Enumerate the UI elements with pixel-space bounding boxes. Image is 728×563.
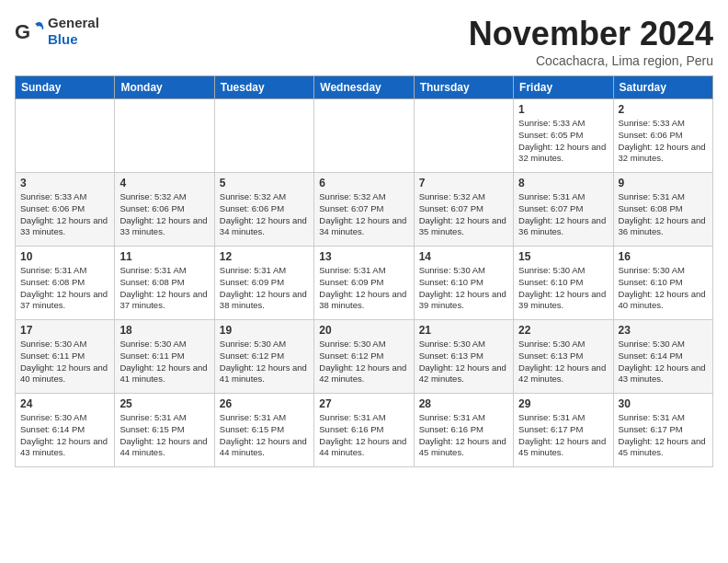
day-info: Sunrise: 5:31 AM Sunset: 6:07 PM Dayligh… [518,191,608,238]
day-info: Sunrise: 5:31 AM Sunset: 6:08 PM Dayligh… [20,265,109,312]
day-number: 13 [319,250,408,263]
day-info: Sunrise: 5:30 AM Sunset: 6:12 PM Dayligh… [220,339,309,385]
day-info: Sunrise: 5:31 AM Sunset: 6:08 PM Dayligh… [119,265,209,312]
calendar-cell: 5Sunrise: 5:32 AM Sunset: 6:06 PM Daylig… [214,173,313,247]
calendar-week-2: 3Sunrise: 5:33 AM Sunset: 6:06 PM Daylig… [16,173,713,247]
day-number: 19 [220,324,309,337]
day-number: 3 [20,177,109,190]
calendar-cell: 1Sunrise: 5:33 AM Sunset: 6:05 PM Daylig… [514,99,613,173]
calendar-cell: 22Sunrise: 5:30 AM Sunset: 6:13 PM Dayli… [514,320,613,394]
calendar-cell: 10Sunrise: 5:31 AM Sunset: 6:08 PM Dayli… [16,247,115,320]
calendar-header-row: Sunday Monday Tuesday Wednesday Thursday… [16,76,713,99]
calendar-cell: 16Sunrise: 5:30 AM Sunset: 6:10 PM Dayli… [613,247,712,320]
calendar-week-3: 10Sunrise: 5:31 AM Sunset: 6:08 PM Dayli… [16,247,713,320]
day-number: 29 [518,397,608,410]
day-info: Sunrise: 5:30 AM Sunset: 6:11 PM Dayligh… [119,339,209,385]
day-number: 11 [119,250,209,263]
calendar-cell [16,99,115,173]
day-info: Sunrise: 5:30 AM Sunset: 6:10 PM Dayligh… [419,265,508,312]
day-number: 6 [319,177,408,190]
logo: G General Blue [15,15,99,48]
day-number: 7 [419,177,508,190]
day-info: Sunrise: 5:30 AM Sunset: 6:12 PM Dayligh… [319,339,408,385]
calendar-week-4: 17Sunrise: 5:30 AM Sunset: 6:11 PM Dayli… [16,320,713,394]
day-number: 16 [619,250,708,263]
day-info: Sunrise: 5:30 AM Sunset: 6:13 PM Dayligh… [518,339,608,385]
calendar-cell: 11Sunrise: 5:31 AM Sunset: 6:08 PM Dayli… [115,247,214,320]
location: Cocachacra, Lima region, Peru [469,53,713,68]
calendar-cell: 3Sunrise: 5:33 AM Sunset: 6:06 PM Daylig… [16,173,115,247]
day-number: 1 [518,103,608,116]
col-thursday: Thursday [414,76,513,99]
calendar-cell: 30Sunrise: 5:31 AM Sunset: 6:17 PM Dayli… [613,394,712,467]
calendar-cell: 9Sunrise: 5:31 AM Sunset: 6:08 PM Daylig… [613,173,712,247]
month-title: November 2024 [469,15,713,53]
day-info: Sunrise: 5:30 AM Sunset: 6:10 PM Dayligh… [619,265,708,312]
day-number: 12 [220,250,309,263]
day-info: Sunrise: 5:31 AM Sunset: 6:09 PM Dayligh… [319,265,408,312]
day-number: 21 [419,324,508,337]
day-number: 23 [619,324,708,337]
day-info: Sunrise: 5:31 AM Sunset: 6:17 PM Dayligh… [518,412,608,459]
day-info: Sunrise: 5:31 AM Sunset: 6:09 PM Dayligh… [220,265,309,312]
calendar-cell: 12Sunrise: 5:31 AM Sunset: 6:09 PM Dayli… [214,247,313,320]
day-number: 27 [319,397,408,410]
day-number: 20 [319,324,408,337]
calendar-cell: 7Sunrise: 5:32 AM Sunset: 6:07 PM Daylig… [414,173,513,247]
day-info: Sunrise: 5:32 AM Sunset: 6:07 PM Dayligh… [319,191,408,238]
page-header: G General Blue November 2024 Cocachacra,… [15,15,713,68]
logo-icon: G [15,17,44,46]
day-info: Sunrise: 5:30 AM Sunset: 6:11 PM Dayligh… [20,339,109,385]
day-info: Sunrise: 5:31 AM Sunset: 6:16 PM Dayligh… [319,412,408,459]
calendar-table: Sunday Monday Tuesday Wednesday Thursday… [15,75,713,467]
day-number: 26 [220,397,309,410]
calendar-cell: 2Sunrise: 5:33 AM Sunset: 6:06 PM Daylig… [613,99,712,173]
day-number: 2 [619,103,708,116]
calendar-cell: 18Sunrise: 5:30 AM Sunset: 6:11 PM Dayli… [115,320,214,394]
day-info: Sunrise: 5:31 AM Sunset: 6:15 PM Dayligh… [220,412,309,459]
day-number: 22 [518,324,608,337]
day-info: Sunrise: 5:31 AM Sunset: 6:15 PM Dayligh… [119,412,209,459]
calendar-cell: 27Sunrise: 5:31 AM Sunset: 6:16 PM Dayli… [314,394,414,467]
day-number: 28 [419,397,508,410]
calendar-week-5: 24Sunrise: 5:30 AM Sunset: 6:14 PM Dayli… [16,394,713,467]
day-info: Sunrise: 5:31 AM Sunset: 6:08 PM Dayligh… [619,191,708,238]
calendar-cell: 14Sunrise: 5:30 AM Sunset: 6:10 PM Dayli… [414,247,513,320]
calendar-cell: 13Sunrise: 5:31 AM Sunset: 6:09 PM Dayli… [314,247,414,320]
calendar-cell [314,99,414,173]
day-number: 17 [20,324,109,337]
day-number: 25 [119,397,209,410]
calendar-cell: 26Sunrise: 5:31 AM Sunset: 6:15 PM Dayli… [214,394,313,467]
day-number: 15 [518,250,608,263]
svg-text:G: G [15,20,30,43]
day-info: Sunrise: 5:32 AM Sunset: 6:06 PM Dayligh… [119,191,209,238]
col-tuesday: Tuesday [214,76,313,99]
day-info: Sunrise: 5:31 AM Sunset: 6:16 PM Dayligh… [419,412,508,459]
day-info: Sunrise: 5:32 AM Sunset: 6:07 PM Dayligh… [419,191,508,238]
logo-general: General [48,15,99,30]
day-info: Sunrise: 5:31 AM Sunset: 6:17 PM Dayligh… [619,412,708,459]
logo-blue: Blue [48,31,78,47]
day-info: Sunrise: 5:30 AM Sunset: 6:13 PM Dayligh… [419,339,508,385]
col-wednesday: Wednesday [314,76,414,99]
calendar-cell: 29Sunrise: 5:31 AM Sunset: 6:17 PM Dayli… [514,394,613,467]
col-saturday: Saturday [613,76,712,99]
calendar-cell [414,99,513,173]
day-number: 24 [20,397,109,410]
calendar-cell [214,99,313,173]
col-sunday: Sunday [16,76,115,99]
col-monday: Monday [115,76,214,99]
day-number: 4 [119,177,209,190]
calendar-cell: 25Sunrise: 5:31 AM Sunset: 6:15 PM Dayli… [115,394,214,467]
day-info: Sunrise: 5:30 AM Sunset: 6:10 PM Dayligh… [518,265,608,312]
day-number: 30 [619,397,708,410]
day-info: Sunrise: 5:33 AM Sunset: 6:06 PM Dayligh… [619,118,708,165]
day-info: Sunrise: 5:33 AM Sunset: 6:05 PM Dayligh… [518,118,608,165]
calendar-cell: 23Sunrise: 5:30 AM Sunset: 6:14 PM Dayli… [613,320,712,394]
day-number: 5 [220,177,309,190]
calendar-week-1: 1Sunrise: 5:33 AM Sunset: 6:05 PM Daylig… [16,99,713,173]
day-number: 9 [619,177,708,190]
col-friday: Friday [514,76,613,99]
day-number: 10 [20,250,109,263]
day-number: 18 [119,324,209,337]
